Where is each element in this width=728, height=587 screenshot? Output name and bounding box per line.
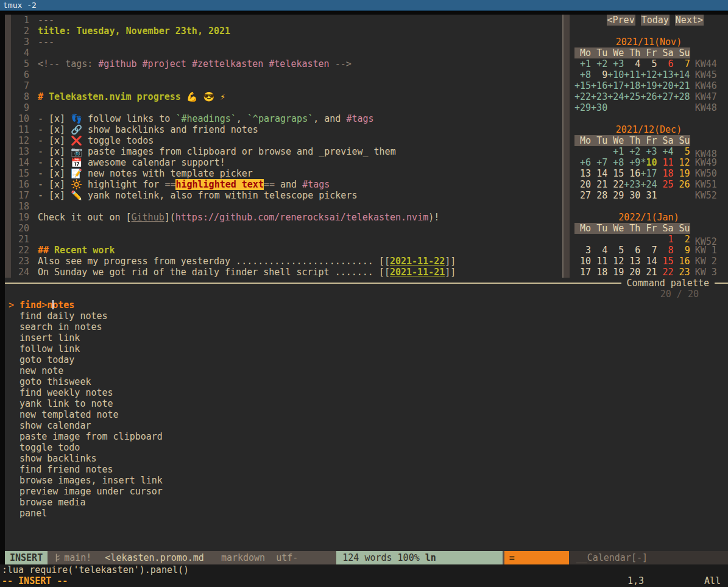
day-cell[interactable]: +17	[640, 168, 657, 179]
day-cell[interactable]: 28	[591, 190, 607, 201]
editor-line[interactable]: 15- [x] 📝 new notes with template picker	[11, 168, 562, 179]
editor-line[interactable]: 23Also see my progress from yesterday ..…	[11, 256, 562, 267]
palette-item[interactable]: find weekly notes	[5, 387, 728, 398]
day-cell[interactable]: +10	[607, 69, 624, 80]
day-cell[interactable]: +18	[624, 80, 640, 91]
day-cell[interactable]: +14	[674, 69, 690, 80]
day-cell[interactable]: +9	[624, 157, 640, 168]
day-cell[interactable]: 16	[624, 168, 640, 179]
editor-line[interactable]: 9	[11, 102, 562, 113]
editor-lines[interactable]: 1---2title: Tuesday, November 23th, 2021…	[11, 15, 562, 278]
day-cell[interactable]: 7	[674, 58, 690, 69]
editor-line[interactable]: 3---	[11, 37, 562, 47]
editor-line[interactable]: 11- [x] 🔗 show backlinks and friend note…	[11, 124, 562, 135]
day-cell[interactable]: +12	[640, 69, 657, 80]
day-cell[interactable]: 13	[574, 168, 591, 179]
editor-line[interactable]: 20	[11, 223, 562, 234]
palette-item[interactable]: find daily notes	[5, 311, 728, 322]
palette-item[interactable]: goto thisweek	[5, 376, 728, 387]
day-cell[interactable]: 13	[624, 256, 640, 267]
day-cell[interactable]: 18	[591, 267, 607, 278]
editor-line[interactable]: 19Check it out on [Github](https://githu…	[11, 212, 562, 223]
day-cell[interactable]: +13	[657, 69, 673, 80]
day-cell[interactable]: +8	[574, 69, 591, 80]
day-cell[interactable]: +3	[640, 146, 657, 157]
day-cell[interactable]: 5	[674, 146, 690, 157]
day-cell[interactable]: 23	[674, 267, 690, 278]
editor-line[interactable]: 18	[11, 201, 562, 212]
palette-item[interactable]: insert link	[5, 332, 728, 343]
day-cell[interactable]: 21	[640, 267, 657, 278]
editor-scrollbar[interactable]	[5, 15, 11, 278]
editor-line[interactable]: 17- [x] ✏️ yank notelink, also from with…	[11, 190, 562, 201]
day-cell[interactable]: +28	[674, 91, 690, 102]
day-cell[interactable]: +27	[657, 91, 673, 102]
palette-item[interactable]: paste image from clipboard	[5, 431, 728, 442]
day-cell[interactable]: 18	[657, 168, 673, 179]
palette-item[interactable]: new note	[5, 365, 728, 376]
day-cell[interactable]: 27	[574, 190, 591, 201]
next-button[interactable]: Next>	[675, 15, 704, 26]
day-cell[interactable]: +1	[574, 58, 591, 69]
palette-item[interactable]: > find notes	[5, 300, 728, 311]
palette-item[interactable]: show backlinks	[5, 453, 728, 464]
day-cell[interactable]: +20	[657, 80, 673, 91]
palette-item[interactable]: preview image under cursor	[5, 486, 728, 497]
day-cell[interactable]: 14	[640, 256, 657, 267]
day-cell[interactable]: +3	[607, 58, 624, 69]
day-cell[interactable]: 16	[674, 256, 690, 267]
editor-line[interactable]: 10- [x] 👣 follow links to `#headings`, `…	[11, 113, 562, 124]
editor-line[interactable]: 5<!-- tags: #github #project #zettelkast…	[11, 58, 562, 69]
palette-item[interactable]: yank link to note	[5, 398, 728, 409]
editor-line[interactable]: 14- [x] 📅 awesome calendar support!	[11, 157, 562, 168]
palette-item[interactable]: find friend notes	[5, 464, 728, 475]
day-cell[interactable]: 30	[624, 190, 640, 201]
day-cell[interactable]: 7	[640, 245, 657, 256]
calendar-scrollbar[interactable]	[564, 15, 570, 278]
day-cell[interactable]: 19	[674, 168, 690, 179]
day-cell[interactable]: 17	[574, 267, 591, 278]
day-cell[interactable]: 2	[674, 234, 690, 245]
day-cell[interactable]: 20	[574, 179, 591, 190]
day-cell[interactable]: 12	[674, 157, 690, 168]
day-cell[interactable]: +16	[591, 80, 607, 91]
palette-item[interactable]: goto today	[5, 354, 728, 365]
day-cell[interactable]: +17	[607, 80, 624, 91]
day-cell[interactable]: 5	[640, 58, 657, 69]
day-cell[interactable]: +11	[624, 69, 640, 80]
day-cell[interactable]: +25	[624, 91, 640, 102]
day-cell[interactable]: 11	[591, 256, 607, 267]
day-cell[interactable]: 20	[624, 267, 640, 278]
editor-line[interactable]: 21	[11, 234, 562, 245]
palette-item[interactable]: browse images, insert link	[5, 475, 728, 486]
day-cell[interactable]: 19	[607, 267, 624, 278]
github-link[interactable]: Github	[132, 212, 164, 223]
day-cell[interactable]: 22	[657, 267, 673, 278]
editor-line[interactable]: 8# Telekasten.nvim progress 💪 😎 ⚡	[11, 91, 562, 102]
editor-line[interactable]: 12- [x] ❌ toggle todos	[11, 135, 562, 146]
day-cell[interactable]: 1	[657, 234, 673, 245]
day-cell[interactable]: 22	[607, 179, 624, 190]
day-cell[interactable]: +21	[674, 80, 690, 91]
day-cell[interactable]: *10	[640, 157, 657, 168]
day-cell[interactable]: 12	[607, 256, 624, 267]
editor-line[interactable]: 16- [x] 🔆 highlight for ==highlighted te…	[11, 179, 562, 190]
day-cell[interactable]: +4	[657, 146, 673, 157]
day-cell[interactable]: 5	[607, 245, 624, 256]
day-cell[interactable]: +2	[591, 58, 607, 69]
day-cell[interactable]: 9	[674, 245, 690, 256]
day-cell[interactable]: +19	[640, 80, 657, 91]
day-cell[interactable]: +6	[574, 157, 591, 168]
editor-line[interactable]: 7	[11, 80, 562, 91]
day-cell[interactable]: 10	[574, 256, 591, 267]
palette-prompt[interactable]: > 20 / 20	[5, 289, 728, 300]
day-cell[interactable]: +8	[607, 157, 624, 168]
palette-item[interactable]: new templated note	[5, 409, 728, 420]
palette-item[interactable]: search in notes	[5, 322, 728, 332]
day-cell[interactable]: +23	[591, 91, 607, 102]
day-cell[interactable]: 4	[624, 58, 640, 69]
day-cell[interactable]: 3	[574, 245, 591, 256]
day-cell[interactable]: 4	[591, 245, 607, 256]
day-cell[interactable]: 9	[591, 69, 607, 80]
editor-line[interactable]: 13- [x] 📷 paste images from clipboard or…	[11, 146, 562, 157]
